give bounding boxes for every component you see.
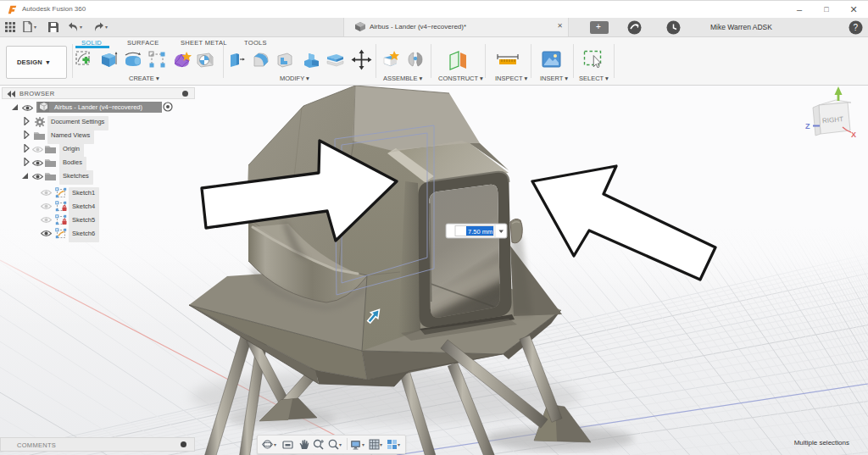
svg-text:7.50 mm: 7.50 mm bbox=[468, 228, 492, 236]
svg-text:?: ? bbox=[854, 23, 859, 32]
svg-text:X: X bbox=[851, 130, 856, 139]
svg-text:Z: Z bbox=[805, 122, 810, 130]
